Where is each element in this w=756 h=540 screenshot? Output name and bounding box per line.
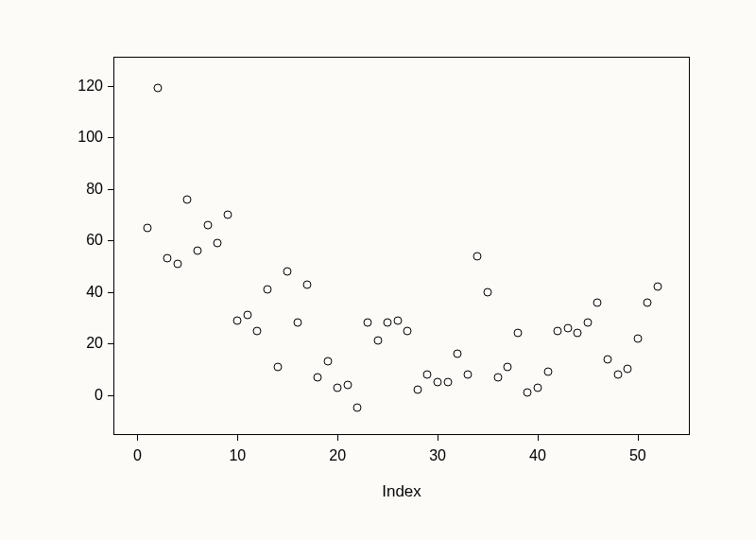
y-tick xyxy=(108,86,114,87)
data-point xyxy=(253,326,262,335)
x-tick xyxy=(137,434,138,441)
data-point xyxy=(203,220,212,229)
data-point xyxy=(183,195,192,203)
x-tick xyxy=(638,434,639,441)
data-point xyxy=(533,383,541,392)
x-tick-label: 0 xyxy=(133,447,142,464)
data-point xyxy=(223,210,232,218)
data-point xyxy=(233,316,242,324)
data-point xyxy=(593,298,602,306)
plot-area: 02040608010012001020304050 xyxy=(113,57,690,435)
data-point xyxy=(443,378,452,387)
data-point xyxy=(543,368,552,376)
data-point xyxy=(574,329,582,338)
y-tick-label: 40 xyxy=(86,284,103,301)
y-tick-label: 20 xyxy=(86,335,103,352)
data-point xyxy=(373,337,382,345)
data-point xyxy=(413,386,421,394)
x-tick-label: 50 xyxy=(629,447,646,464)
data-point xyxy=(524,389,532,397)
data-point xyxy=(384,319,392,327)
data-point xyxy=(473,252,482,260)
y-tick xyxy=(108,240,114,241)
y-tick-label: 120 xyxy=(77,78,103,95)
x-tick-label: 10 xyxy=(229,447,246,464)
data-point xyxy=(163,254,172,263)
x-tick-label: 30 xyxy=(429,447,446,464)
data-point xyxy=(654,283,662,291)
data-point xyxy=(303,280,312,288)
data-point xyxy=(193,247,201,255)
data-point xyxy=(583,319,592,327)
data-point xyxy=(273,362,282,371)
data-point xyxy=(143,223,151,232)
data-point xyxy=(264,285,272,293)
data-point xyxy=(434,378,442,387)
data-point xyxy=(513,329,522,338)
data-point xyxy=(243,311,251,320)
data-point xyxy=(554,326,562,335)
y-axis-label: weights$attr_importance xyxy=(24,0,43,57)
data-point xyxy=(633,334,642,342)
data-point xyxy=(454,350,462,358)
y-tick-label: 0 xyxy=(94,387,103,404)
data-point xyxy=(404,326,412,335)
x-axis-label: Index xyxy=(113,482,690,501)
data-point xyxy=(334,383,342,392)
x-tick xyxy=(438,434,438,441)
data-point xyxy=(153,84,162,93)
data-point xyxy=(293,319,301,327)
data-point xyxy=(604,355,612,363)
data-point xyxy=(484,287,492,296)
x-tick xyxy=(538,434,539,441)
x-tick xyxy=(237,434,238,441)
data-point xyxy=(624,365,632,374)
data-point xyxy=(423,370,432,378)
data-point xyxy=(463,370,472,378)
data-point xyxy=(323,357,332,366)
data-point xyxy=(363,319,371,327)
data-point xyxy=(284,267,292,275)
y-tick xyxy=(108,343,114,344)
scatter-chart: weights$attr_importance Index 0204060801… xyxy=(0,0,756,540)
data-point xyxy=(493,373,502,381)
y-tick xyxy=(108,137,114,138)
data-point xyxy=(173,259,181,268)
data-point xyxy=(393,316,402,324)
y-tick-label: 100 xyxy=(77,129,103,146)
y-tick xyxy=(108,292,114,293)
x-tick-label: 20 xyxy=(329,447,346,464)
data-point xyxy=(353,404,362,412)
data-point xyxy=(313,373,321,381)
x-tick-label: 40 xyxy=(529,447,546,464)
data-point xyxy=(613,370,622,378)
y-tick xyxy=(108,395,114,396)
data-point xyxy=(563,323,572,332)
data-point xyxy=(214,238,222,247)
data-point xyxy=(644,298,652,306)
data-point xyxy=(343,380,352,389)
x-tick xyxy=(337,434,338,441)
y-tick xyxy=(108,189,114,190)
data-point xyxy=(504,362,512,371)
y-tick-label: 60 xyxy=(86,232,103,249)
y-tick-label: 80 xyxy=(86,181,103,198)
